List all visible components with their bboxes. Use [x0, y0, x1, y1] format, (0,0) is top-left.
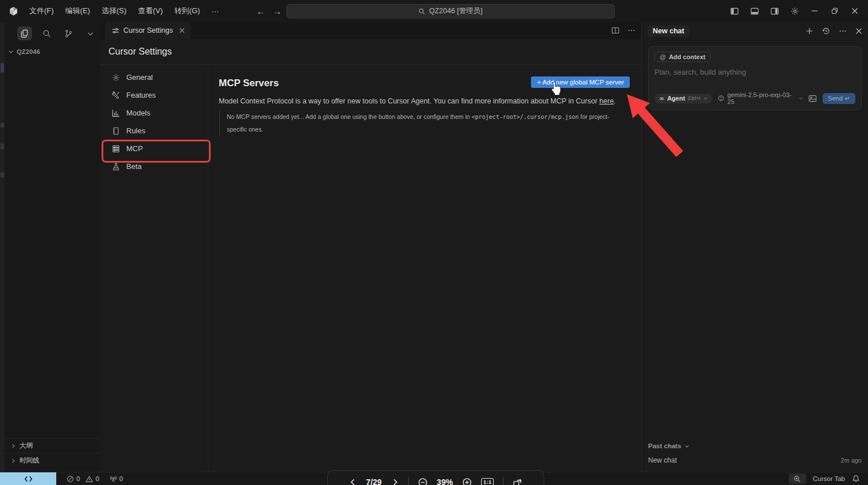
mcp-servers-title: MCP Servers: [219, 78, 279, 89]
settings-nav-features[interactable]: Features: [100, 86, 208, 104]
mcp-empty-note: No MCP servers added yet... Add a global…: [219, 110, 623, 136]
menu-file[interactable]: 文件(F): [24, 3, 59, 18]
agent-label: Agent: [667, 95, 685, 102]
window-minimize-button[interactable]: [807, 3, 822, 18]
image-viewer-toolbar: 7/29 39% 1:1: [327, 470, 544, 485]
outline-label: 大纲: [20, 441, 33, 450]
mcp-desc-text: Model Context Protocol is a way to offer…: [219, 97, 599, 105]
menu-edit[interactable]: 编辑(E): [60, 3, 95, 18]
sliders-icon: [112, 27, 119, 34]
title-bar: 文件(F) 编辑(E) 选择(S) 查看(V) 转到(G) ··· ← → QZ…: [0, 0, 868, 22]
explorer-root-folder[interactable]: QZ2046: [5, 44, 100, 55]
settings-nav-general[interactable]: General: [100, 68, 208, 86]
warnings-icon: [86, 475, 93, 483]
settings-nav-rules[interactable]: Rules: [100, 122, 208, 140]
menu-more[interactable]: ···: [206, 5, 224, 18]
model-selector[interactable]: gemini-2.5-pro-exp-03-25: [718, 91, 803, 105]
infinity-icon: ∞: [659, 95, 664, 102]
chat-tab-title[interactable]: New chat: [648, 25, 689, 37]
port-count: 0: [119, 475, 123, 482]
add-context-label: Add context: [669, 53, 706, 60]
toggle-primary-sidebar-icon[interactable]: [727, 3, 742, 18]
zoom-in-status-icon[interactable]: [789, 474, 806, 484]
chat-input-box[interactable]: @ Add context Plan, search, build anythi…: [648, 46, 862, 110]
viewer-zoom-in-icon[interactable]: [462, 478, 472, 485]
viewer-zoom-out-icon[interactable]: [418, 478, 428, 485]
background-window-edge: [0, 22, 5, 472]
chevron-down-icon: [703, 96, 708, 101]
cursor-logo-icon: [8, 6, 18, 16]
new-chat-plus-icon[interactable]: [805, 27, 813, 35]
menu-view[interactable]: 查看(V): [133, 3, 168, 18]
toggle-secondary-sidebar-icon[interactable]: [767, 3, 782, 18]
history-back-button[interactable]: ←: [256, 6, 265, 16]
outline-section[interactable]: 大纲: [5, 438, 100, 453]
beaker-icon: [112, 163, 120, 171]
radio-tower-icon: [110, 475, 117, 483]
gear-icon: [112, 74, 120, 82]
chat-input-placeholder[interactable]: Plan, search, build anything: [654, 68, 855, 76]
editor-area: Cursor Settings Cursor Settings: [100, 22, 641, 472]
explorer-view-icon[interactable]: [17, 26, 32, 40]
tab-cursor-settings[interactable]: Cursor Settings: [105, 22, 191, 39]
menu-bar: 文件(F) 编辑(E) 选择(S) 查看(V) 转到(G) ···: [24, 3, 224, 18]
nav-label: Beta: [126, 162, 142, 171]
tab-close-icon[interactable]: [179, 28, 185, 33]
source-control-view-icon[interactable]: [61, 26, 76, 40]
editor-more-actions-icon[interactable]: [627, 26, 636, 34]
views-chevron-down-icon[interactable]: [83, 26, 98, 40]
window-close-button[interactable]: [847, 3, 862, 18]
agent-shortcut: Ctrl+I: [688, 95, 700, 101]
viewer-actual-size-button[interactable]: 1:1: [481, 478, 494, 485]
divider: [408, 478, 409, 485]
add-global-mcp-server-button[interactable]: + Add new global MCP server: [531, 76, 630, 88]
tools-icon: [112, 91, 120, 99]
attach-image-icon[interactable]: [808, 94, 817, 103]
viewer-page-indicator: 7/29: [366, 478, 382, 485]
nav-label: Models: [126, 109, 150, 117]
window-restore-button[interactable]: [827, 3, 842, 18]
viewer-zoom-level: 39%: [437, 478, 453, 485]
remote-indicator-button[interactable]: [0, 472, 56, 485]
error-count: 0: [76, 475, 80, 482]
viewer-next-icon[interactable]: [391, 478, 399, 485]
chat-close-icon[interactable]: [855, 28, 862, 34]
split-editor-icon[interactable]: [611, 26, 619, 34]
chat-history-icon[interactable]: [822, 27, 830, 35]
model-icon: [718, 95, 724, 102]
tab-bar: Cursor Settings: [100, 22, 641, 39]
chevron-down-icon: [799, 96, 803, 101]
note-code-path: <project-root>/.cursor/mcp.json: [472, 114, 579, 120]
mcp-desc-period: .: [614, 97, 615, 105]
menu-selection[interactable]: 选择(S): [96, 3, 131, 18]
settings-page-title: Cursor Settings: [100, 39, 641, 65]
history-forward-button[interactable]: →: [273, 6, 281, 16]
cursor-tab-status[interactable]: Cursor Tab: [813, 475, 845, 482]
notifications-bell-icon[interactable]: [852, 475, 860, 483]
add-context-chip[interactable]: @ Add context: [654, 52, 711, 62]
past-chats-toggle[interactable]: Past chats: [648, 442, 862, 449]
send-button[interactable]: Send ↵: [823, 93, 855, 104]
settings-nav-beta[interactable]: Beta: [100, 157, 208, 175]
toggle-panel-icon[interactable]: [747, 3, 762, 18]
problems-indicator[interactable]: 0 0: [67, 475, 99, 483]
settings-gear-icon[interactable]: [787, 3, 802, 18]
command-center-search[interactable]: QZ2046 [管理员]: [286, 4, 615, 18]
mcp-here-link[interactable]: here: [599, 97, 614, 105]
viewer-rotate-icon[interactable]: [513, 478, 522, 485]
settings-nav-models[interactable]: Models: [100, 104, 208, 122]
search-view-icon[interactable]: [39, 26, 54, 40]
menu-goto[interactable]: 转到(G): [169, 3, 206, 18]
mcp-description: Model Context Protocol is a way to offer…: [219, 97, 630, 105]
model-name: gemini-2.5-pro-exp-03-25: [727, 91, 796, 105]
past-chat-item[interactable]: New chat 2m ago: [648, 456, 862, 464]
timeline-section[interactable]: 时间线: [5, 453, 100, 468]
errors-icon: [67, 475, 74, 483]
viewer-prev-icon[interactable]: [349, 478, 357, 485]
server-stack-icon: [112, 145, 120, 153]
settings-nav-mcp[interactable]: MCP: [100, 140, 208, 157]
notebook-icon: [112, 127, 120, 135]
agent-mode-selector[interactable]: ∞ Agent Ctrl+I: [654, 94, 712, 103]
ports-indicator[interactable]: 0: [110, 475, 123, 483]
chat-more-actions-icon[interactable]: [839, 27, 847, 35]
